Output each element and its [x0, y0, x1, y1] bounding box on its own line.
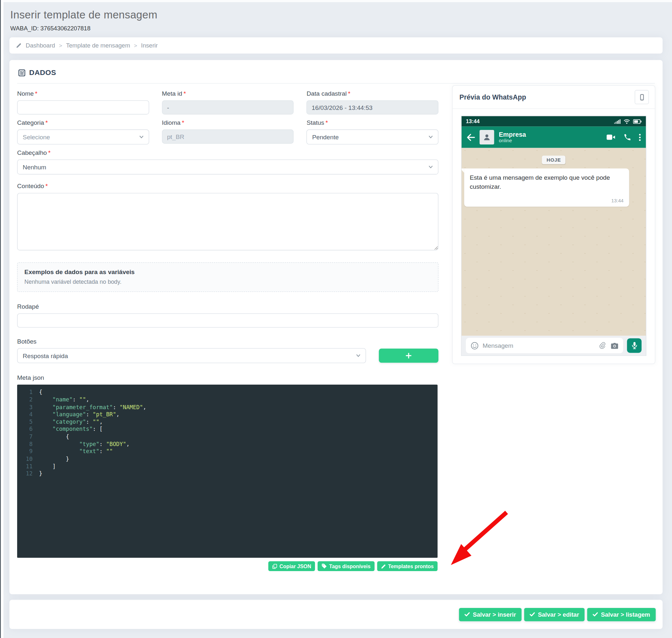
mic-button [627, 338, 642, 353]
chat-body: HOJE Esta é uma mensagem de exemplo que … [462, 148, 646, 336]
pencil-icon [381, 564, 386, 569]
chat-input-placeholder: Mensagem [483, 342, 596, 349]
page-header: Inserir template de mensagem WABA_ID: 37… [0, 0, 672, 32]
person-icon [483, 133, 492, 141]
paperclip-icon [599, 342, 606, 349]
page-title: Inserir template de mensagem [10, 9, 662, 21]
required-marker: * [348, 90, 350, 97]
phone-icon [623, 133, 631, 141]
chevron-down-icon [356, 354, 360, 357]
window-left-gutter [1, 0, 3, 638]
idioma-label: Idioma [162, 119, 180, 126]
tags-disponiveis-button[interactable]: Tags disponíveis [317, 561, 375, 571]
camera-icon [610, 342, 618, 349]
chevron-down-icon [429, 166, 433, 168]
field-data-cadastral: Data cadastral* [307, 85, 438, 114]
nome-label: Nome [17, 90, 34, 97]
botoes-label: Botões [17, 338, 438, 345]
required-marker: * [184, 90, 186, 97]
copiar-json-button[interactable]: Copiar JSON [268, 561, 315, 571]
chat-message-input: Mensagem [466, 338, 623, 353]
field-botoes: Botões Resposta rápida [17, 338, 438, 363]
contact-avatar [480, 130, 494, 145]
idioma-input [162, 130, 294, 144]
wifi-icon [623, 119, 630, 124]
cabecalho-label: Cabeçalho [17, 149, 47, 156]
botoes-select[interactable]: Resposta rápida [17, 348, 366, 363]
nome-input[interactable] [17, 100, 149, 114]
chevron-down-icon [139, 135, 143, 138]
copiar-json-label: Copiar JSON [279, 563, 311, 569]
back-arrow-icon [467, 133, 475, 141]
contact-name: Empresa [499, 131, 526, 138]
salvar-inserir-button[interactable]: Salvar > inserir [459, 608, 521, 621]
breadcrumb-separator: > [134, 42, 137, 49]
field-meta-id: Meta id* [162, 85, 294, 114]
contact-status: online [499, 138, 526, 144]
breadcrumb-item-dashboard[interactable]: Dashboard [26, 42, 55, 49]
kebab-menu-icon [639, 133, 641, 141]
window-top-edge [0, 0, 672, 2]
phone-statusbar: 13:44 [462, 116, 646, 127]
status-selected-value: Pendente [312, 133, 339, 140]
message-time: 13:44 [470, 198, 623, 203]
add-button-button[interactable] [379, 348, 438, 363]
check-icon [593, 612, 598, 616]
check-icon [465, 612, 470, 616]
json-editor-lines: 1{2 "name": "",3 "parameter_format": "NA… [17, 388, 437, 477]
json-editor[interactable]: 1{2 "name": "",3 "parameter_format": "NA… [17, 385, 437, 558]
templates-prontos-button[interactable]: Templates prontos [377, 561, 438, 571]
templates-prontos-label: Templates prontos [388, 563, 434, 569]
status-select[interactable]: Pendente [307, 130, 438, 145]
json-actions: Copiar JSON Tags disponíveis Templates p… [17, 561, 437, 571]
categoria-select[interactable]: Selecione [17, 130, 149, 145]
message-bubble: Esta é uma mensagem de exemplo que você … [464, 168, 630, 206]
cabecalho-selected-value: Nenhum [23, 164, 46, 170]
tag-icon [322, 563, 327, 569]
signal-icon [614, 119, 621, 124]
required-marker: * [45, 183, 48, 189]
whatsapp-preview-panel: Prévia do WhatsApp 13:44 [452, 85, 655, 571]
salvar-listagem-button[interactable]: Salvar > listagem [587, 608, 656, 621]
rodape-input[interactable] [17, 314, 438, 328]
page: Inserir template de mensagem WABA_ID: 37… [0, 0, 672, 638]
phone-mockup: 13:44 [461, 116, 646, 356]
chevron-down-icon [429, 135, 433, 138]
statusbar-time: 13:44 [466, 118, 480, 124]
dados-card: DADOS Nome* Meta id* Data cadastral* [10, 60, 662, 594]
variables-examples-empty-text: Nenhuma variável detectada no body. [24, 279, 431, 285]
required-marker: * [182, 119, 185, 126]
salvar-editar-label: Salvar > editar [538, 611, 579, 618]
breadcrumb-separator: > [59, 42, 62, 49]
phone-preview-toggle-button[interactable] [635, 90, 649, 104]
data-cadastral-input [307, 100, 438, 114]
copy-icon [272, 564, 277, 569]
rodape-label: Rodapé [17, 303, 438, 310]
tags-disponiveis-label: Tags disponíveis [329, 563, 371, 569]
field-categoria: Categoria* Selecione [17, 114, 149, 145]
template-form: Nome* Meta id* Data cadastral* Categoria [17, 85, 438, 571]
breadcrumb-item-inserir: Inserir [141, 42, 158, 49]
field-cabecalho: Cabeçalho* Nenhum [17, 149, 438, 174]
salvar-listagem-label: Salvar > listagem [601, 611, 650, 618]
status-label: Status [307, 119, 324, 126]
field-idioma: Idioma* [162, 114, 294, 145]
section-title: DADOS [29, 68, 56, 77]
chat-input-bar: Mensagem [462, 336, 646, 355]
smartphone-icon [638, 94, 645, 101]
salvar-editar-button[interactable]: Salvar > editar [524, 608, 584, 621]
data-cadastral-label: Data cadastral [307, 90, 347, 97]
message-text: Esta é uma mensagem de exemplo que você … [470, 173, 623, 191]
field-nome: Nome* [17, 85, 149, 114]
day-chip: HOJE [542, 156, 565, 165]
field-conteudo: Conteúdo* [17, 183, 438, 252]
breadcrumb: Dashboard > Template de mensagem > Inser… [10, 37, 662, 53]
microphone-icon [631, 342, 637, 349]
cabecalho-select[interactable]: Nenhum [17, 160, 438, 174]
conteudo-textarea[interactable] [17, 193, 438, 251]
footer-actions: Salvar > inserir Salvar > editar Salvar … [10, 600, 662, 629]
preview-title: Prévia do WhatsApp [460, 94, 526, 101]
smiley-icon [471, 342, 479, 350]
required-marker: * [45, 119, 48, 126]
breadcrumb-item-template-de-mensagem[interactable]: Template de mensagem [66, 42, 130, 49]
